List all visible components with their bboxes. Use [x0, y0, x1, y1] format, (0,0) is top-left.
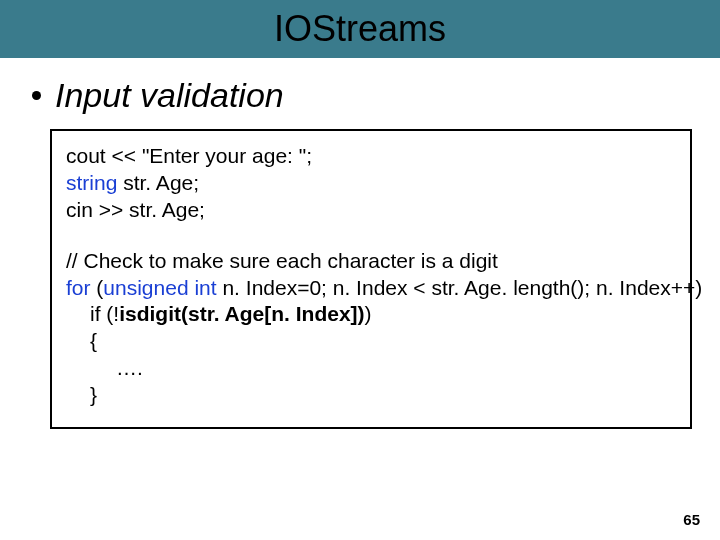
code-line: if (!isdigit(str. Age[n. Index])) [66, 301, 676, 328]
code-text: if (! [90, 302, 119, 325]
page-number: 65 [683, 511, 700, 528]
title-bar: IOStreams [0, 0, 720, 58]
code-text: n. Index=0; n. Index < str. Age. length(… [217, 276, 703, 299]
code-line: cin >> str. Age; [66, 197, 676, 224]
highlight: isdigit(str. Age[n. Index]) [119, 302, 364, 325]
code-text: ( [91, 276, 104, 299]
code-line: string str. Age; [66, 170, 676, 197]
bullet-dot-icon [32, 91, 41, 100]
slide-title: IOStreams [274, 8, 446, 50]
code-line: cout << "Enter your age: "; [66, 143, 676, 170]
code-line: for (unsigned int n. Index=0; n. Index <… [66, 275, 676, 302]
keyword: for [66, 276, 91, 299]
comment-line: // Check to make sure each character is … [66, 248, 676, 275]
code-box: cout << "Enter your age: "; string str. … [50, 129, 692, 429]
keyword: string [66, 171, 117, 194]
code-text: str. Age; [117, 171, 199, 194]
bullet-heading: Input validation [32, 76, 720, 115]
code-text: ) [365, 302, 372, 325]
bullet-label: Input validation [55, 76, 284, 115]
keyword: unsigned int [103, 276, 216, 299]
blank-line [66, 224, 676, 248]
code-line: …. [66, 355, 676, 382]
code-line: { [66, 328, 676, 355]
code-line: } [66, 382, 676, 409]
